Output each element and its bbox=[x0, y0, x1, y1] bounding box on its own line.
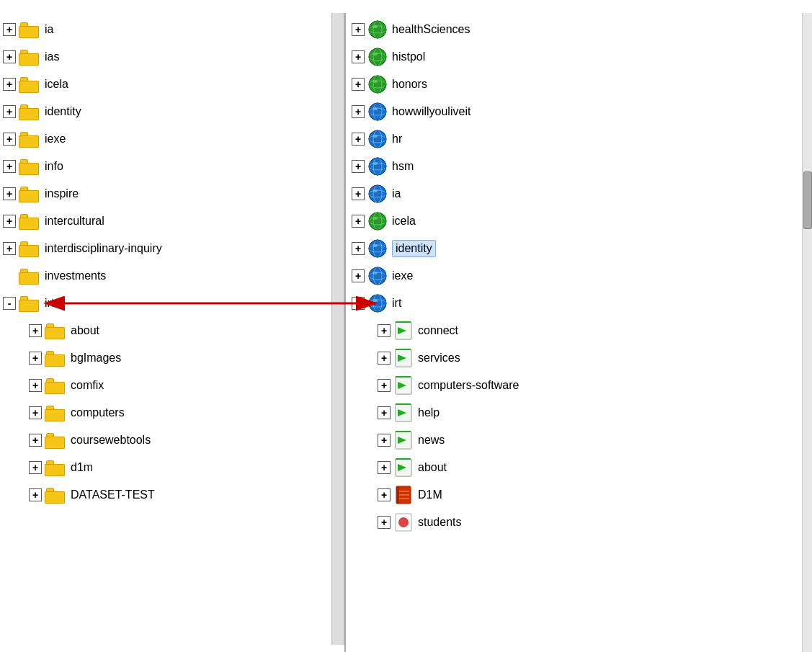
right-tree-item-hr[interactable]: + hr bbox=[349, 125, 798, 153]
left-tree-item-icela[interactable]: +icela bbox=[0, 71, 331, 98]
right-item-label-about: about bbox=[418, 461, 447, 474]
right-tree-item-news[interactable]: + news bbox=[349, 427, 798, 454]
left-item-label-ias: ias bbox=[45, 50, 59, 63]
left-tree-item-coursewebtools[interactable]: +coursewebtools bbox=[0, 427, 331, 454]
svg-point-29 bbox=[373, 162, 378, 165]
svg-point-49 bbox=[373, 272, 378, 274]
left-tree-item-iexe[interactable]: +iexe bbox=[0, 125, 331, 153]
left-item-label-irt: irt bbox=[45, 297, 54, 310]
left-item-label-identity: identity bbox=[45, 105, 81, 118]
svg-point-44 bbox=[373, 244, 378, 247]
svg-point-19 bbox=[373, 107, 378, 110]
right-tree-item-help[interactable]: + help bbox=[349, 399, 798, 427]
svg-point-54 bbox=[373, 299, 378, 302]
left-item-label-iexe: iexe bbox=[45, 133, 66, 146]
left-tree-item-bgImages[interactable]: +bgImages bbox=[0, 344, 331, 372]
right-item-label-ia: ia bbox=[392, 187, 401, 200]
right-tree-item-honors[interactable]: + honors bbox=[349, 71, 798, 98]
right-tree-item-howwillyouliveit[interactable]: + howwillyouliveit bbox=[349, 98, 798, 125]
right-item-label-computers-software: computers-software bbox=[418, 379, 519, 392]
left-item-label-DATASET-TEST: DATASET-TEST bbox=[71, 488, 155, 501]
right-item-label-icela: icela bbox=[392, 215, 416, 228]
left-tree-item-about[interactable]: +about bbox=[0, 317, 331, 344]
svg-point-39 bbox=[373, 217, 378, 220]
left-tree-item-DATASET-TEST[interactable]: +DATASET-TEST bbox=[0, 481, 331, 509]
left-item-label-bgImages: bgImages bbox=[71, 352, 121, 365]
right-tree-item-histpol[interactable]: + histpol bbox=[349, 43, 798, 71]
left-item-label-comfix: comfix bbox=[71, 379, 104, 392]
right-item-label-identity: identity bbox=[392, 240, 436, 257]
right-tree-item-hsm[interactable]: + hsm bbox=[349, 153, 798, 180]
right-item-label-iexe: iexe bbox=[392, 269, 413, 282]
left-tree-item-interdisciplinary-inquiry[interactable]: +interdisciplinary-inquiry bbox=[0, 235, 331, 262]
right-item-label-news: news bbox=[418, 434, 445, 447]
right-tree-item-identity[interactable]: + identity bbox=[349, 235, 798, 262]
svg-point-9 bbox=[373, 53, 378, 55]
right-tree-item-computers-software[interactable]: + computers-software bbox=[349, 372, 798, 399]
right-item-label-histpol: histpol bbox=[392, 50, 425, 63]
right-tree-item-connect[interactable]: + connect bbox=[349, 317, 798, 344]
left-tree-item-ias[interactable]: +ias bbox=[0, 43, 331, 71]
scrollbar-thumb[interactable] bbox=[803, 171, 812, 229]
left-tree-item-ia[interactable]: +ia bbox=[0, 16, 331, 43]
left-tree-item-inspire[interactable]: +inspire bbox=[0, 180, 331, 207]
left-tree-item-d1m[interactable]: +d1m bbox=[0, 454, 331, 481]
svg-point-85 bbox=[398, 517, 409, 527]
left-item-label-about: about bbox=[71, 324, 99, 337]
right-tree-item-irt[interactable]: - irt bbox=[349, 290, 798, 317]
left-item-label-icela: icela bbox=[45, 78, 68, 91]
right-tree-item-D1M[interactable]: + D1M bbox=[349, 481, 798, 509]
right-tree-item-iexe[interactable]: + iexe bbox=[349, 262, 798, 290]
left-tree-item-info[interactable]: +info bbox=[0, 153, 331, 180]
left-divider bbox=[331, 13, 344, 645]
right-item-label-students: students bbox=[418, 516, 461, 529]
right-tree-item-services[interactable]: + services bbox=[349, 344, 798, 372]
right-item-label-hsm: hsm bbox=[392, 160, 414, 173]
right-item-label-hr: hr bbox=[392, 133, 402, 146]
right-item-label-healthSciences: healthSciences bbox=[392, 23, 470, 36]
left-tree: +ia+ias+icela+identity+iexe+info+inspire… bbox=[0, 13, 331, 645]
left-tree-item-intercultural[interactable]: +intercultural bbox=[0, 207, 331, 235]
right-item-label-D1M: D1M bbox=[418, 488, 442, 501]
right-item-label-services: services bbox=[418, 352, 460, 365]
svg-point-14 bbox=[373, 80, 378, 83]
left-tree-item-investments[interactable]: investments bbox=[0, 262, 331, 290]
left-item-label-intercultural: intercultural bbox=[45, 215, 104, 228]
left-tree-item-computers[interactable]: +computers bbox=[0, 399, 331, 427]
svg-point-4 bbox=[373, 25, 378, 28]
left-item-label-investments: investments bbox=[45, 269, 106, 282]
right-item-label-help: help bbox=[418, 406, 440, 419]
media-library-panel: +ia+ias+icela+identity+iexe+info+inspire… bbox=[0, 13, 346, 652]
svg-point-34 bbox=[373, 189, 378, 192]
right-item-label-honors: honors bbox=[392, 78, 427, 91]
left-item-label-d1m: d1m bbox=[71, 461, 93, 474]
right-tree-item-healthSciences[interactable]: + healthSciences bbox=[349, 16, 798, 43]
right-tree-item-about[interactable]: + about bbox=[349, 454, 798, 481]
scrollbar-track[interactable] bbox=[802, 13, 812, 652]
right-item-label-connect: connect bbox=[418, 324, 458, 337]
left-item-label-interdisciplinary-inquiry: interdisciplinary-inquiry bbox=[45, 242, 162, 255]
right-item-label-irt: irt bbox=[392, 297, 401, 310]
right-item-label-howwillyouliveit: howwillyouliveit bbox=[392, 105, 470, 118]
svg-point-24 bbox=[373, 135, 378, 138]
left-tree-item-identity[interactable]: +identity bbox=[0, 98, 331, 125]
right-tree-item-icela[interactable]: + icela bbox=[349, 207, 798, 235]
left-item-label-info: info bbox=[45, 160, 63, 173]
left-tree-item-comfix[interactable]: +comfix bbox=[0, 372, 331, 399]
right-tree-item-ia[interactable]: + ia bbox=[349, 180, 798, 207]
left-item-label-inspire: inspire bbox=[45, 187, 79, 200]
left-item-label-ia: ia bbox=[45, 23, 53, 36]
left-tree-item-irt[interactable]: -irt bbox=[0, 290, 331, 317]
right-tree: + healthSciences+ histpol+ honors+ howwi… bbox=[346, 13, 802, 652]
left-item-label-computers: computers bbox=[71, 406, 125, 419]
svg-rect-80 bbox=[396, 486, 399, 504]
left-item-label-coursewebtools: coursewebtools bbox=[71, 434, 151, 447]
right-tree-item-students[interactable]: + students bbox=[349, 509, 798, 536]
